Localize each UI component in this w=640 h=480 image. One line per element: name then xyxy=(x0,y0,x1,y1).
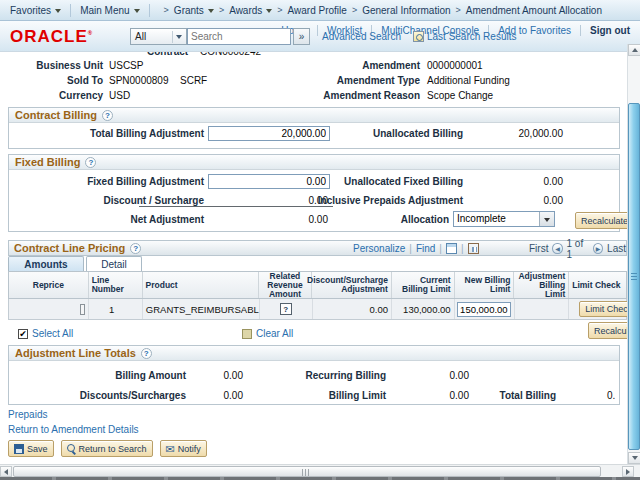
scroll-right-button[interactable] xyxy=(622,466,634,477)
allocation-value: Incomplete xyxy=(454,212,539,226)
unallocated-billing-label: Unallocated Billing xyxy=(289,128,463,139)
table-row: 1 GRANTS_REIMBURSABL ? 0.00 130,000.00 L… xyxy=(8,299,627,320)
total-billing-label: Total Billing xyxy=(449,390,556,401)
page-toolbar: Save Return to Search ✉ Notify xyxy=(8,440,207,457)
scroll-up-button[interactable] xyxy=(628,44,640,56)
discounts-surcharges-value: 0.00 xyxy=(189,390,243,401)
limit-check-button-label: Limit Check xyxy=(585,304,627,314)
breadcrumb-general-information[interactable]: General Information xyxy=(362,5,450,16)
new-billing-limit-cell xyxy=(455,299,515,319)
unallocated-fixed-billing-value: 0.00 xyxy=(487,176,563,187)
view-all-icon[interactable] xyxy=(446,243,457,254)
arrow-right-icon xyxy=(626,469,630,475)
download-grid-icon[interactable] xyxy=(468,243,479,254)
discounts-surcharges-label: Discounts/Surcharges xyxy=(9,390,186,401)
product-cell: GRANTS_REIMBURSABL xyxy=(143,299,260,319)
net-adjustment-label: Net Adjustment xyxy=(9,214,204,225)
contract-line-pricing-grid: Reprice Line Number Product Related Reve… xyxy=(8,271,627,320)
unallocated-fixed-billing-label: Unallocated Fixed Billing xyxy=(289,176,463,187)
tab-amounts[interactable]: Amounts xyxy=(8,256,84,271)
related-revenue-help-button[interactable]: ? xyxy=(280,303,292,315)
column-header-reprice: Reprice xyxy=(9,272,89,298)
subtotal-rule xyxy=(139,195,333,207)
find-link[interactable]: Find xyxy=(416,243,435,254)
save-button[interactable]: Save xyxy=(8,440,54,457)
clear-all-checkbox-icon xyxy=(242,329,252,339)
fixed-billing-header: Fixed Billing ? xyxy=(9,155,619,170)
return-to-search-button[interactable]: Return to Search xyxy=(61,440,153,457)
limit-check-button[interactable]: Limit Check xyxy=(579,301,627,317)
tab-amounts-label: Amounts xyxy=(24,259,67,270)
page-content: Contract CON0000242 Business Unit USCSP … xyxy=(0,52,627,464)
allocation-select[interactable]: Incomplete xyxy=(453,211,555,227)
prepaids-link[interactable]: Prepaids xyxy=(8,409,47,420)
billing-amount-value: 0.00 xyxy=(189,370,243,381)
breadcrumb-amendment-amount-allocation[interactable]: Amendment Amount Allocation xyxy=(466,5,602,16)
sign-out-link[interactable]: Sign out xyxy=(581,25,630,36)
personalize-link[interactable]: Personalize xyxy=(353,243,405,254)
search-go-button[interactable]: » xyxy=(293,28,310,45)
nav-divider xyxy=(70,4,71,17)
next-page-icon[interactable]: ▶ xyxy=(593,243,603,254)
previous-page-icon[interactable]: ◀ xyxy=(552,243,562,254)
clear-all[interactable]: Clear All xyxy=(242,328,293,339)
tab-detail[interactable]: Detail xyxy=(86,256,142,271)
billing-amount-label: Billing Amount xyxy=(9,370,186,381)
link-divider: | xyxy=(439,243,442,254)
breadcrumb-awards-label: Awards xyxy=(229,5,262,16)
discount-surcharge-adjustment-cell: 0.00 xyxy=(313,299,393,319)
column-header-related-revenue-amount: Related Revenue Amount xyxy=(259,272,312,298)
chevron-down-icon xyxy=(134,9,140,13)
search-scope-value: All xyxy=(135,31,146,42)
breadcrumb-awards[interactable]: Awards xyxy=(229,5,272,16)
chevron-down-icon xyxy=(176,35,182,39)
nav-main-menu[interactable]: Main Menu xyxy=(80,5,139,16)
billing-limit-label: Billing Limit xyxy=(249,390,386,401)
breadcrumb-separator-icon: > xyxy=(219,5,224,15)
contract-row-clipped: Contract CON0000242 xyxy=(147,52,261,57)
search-scope-dropdown[interactable]: All xyxy=(130,28,187,45)
breadcrumb-grants[interactable]: Grants xyxy=(174,5,214,16)
horizontal-scrollbar[interactable] xyxy=(0,464,640,477)
breadcrumb-general-information-label: General Information xyxy=(362,5,450,16)
new-billing-limit-input[interactable] xyxy=(457,302,511,317)
scroll-left-button[interactable] xyxy=(0,466,12,477)
scroll-down-button[interactable] xyxy=(628,452,640,464)
amendment-reason-label: Amendment Reason xyxy=(250,90,420,101)
contract-label: Contract xyxy=(147,52,188,57)
column-header-new-billing-limit: New Billing Limit xyxy=(455,272,515,298)
recurring-billing-label: Recurring Billing xyxy=(249,370,386,381)
select-all-link: Select All xyxy=(32,328,73,339)
help-icon[interactable]: ? xyxy=(102,110,113,121)
contract-billing-groupbox: Contract Billing ? Total Billing Adjustm… xyxy=(8,107,620,149)
vertical-scrollbar[interactable] xyxy=(627,44,640,464)
last-label: Last xyxy=(607,243,626,254)
last-search-results-icon xyxy=(413,31,424,42)
help-icon[interactable]: ? xyxy=(141,348,152,359)
notify-button[interactable]: ✉ Notify xyxy=(160,440,207,457)
breadcrumb-award-profile[interactable]: Award Profile xyxy=(288,5,347,16)
nav-main-menu-label: Main Menu xyxy=(80,5,129,16)
recalculate-button[interactable]: Recalculate xyxy=(575,212,627,229)
sold-to-name: SCRF xyxy=(180,75,207,86)
horizontal-scroll-thumb[interactable] xyxy=(13,466,601,477)
sold-to-label: Sold To xyxy=(0,75,103,86)
amendment-reason-value: Scope Change xyxy=(427,90,493,101)
fixed-billing-title: Fixed Billing xyxy=(15,156,80,168)
vertical-scroll-thumb[interactable] xyxy=(628,103,640,450)
last-search-results[interactable]: Last Search Results xyxy=(413,31,517,42)
select-all[interactable]: ✔ Select All xyxy=(18,328,73,339)
nav-favorites[interactable]: Favorites xyxy=(10,5,61,16)
help-icon[interactable]: ? xyxy=(130,243,141,254)
advanced-search-link[interactable]: Advanced Search xyxy=(322,31,401,42)
breadcrumb-grants-label: Grants xyxy=(174,5,204,16)
column-header-discount-surcharge-adjustment: Discount/Surcharge Adjustment xyxy=(312,272,392,298)
return-to-amendment-details-link[interactable]: Return to Amendment Details xyxy=(8,424,139,435)
help-icon[interactable]: ? xyxy=(85,157,96,168)
contract-line-pricing-title: Contract Line Pricing xyxy=(14,242,125,254)
reprice-checkbox[interactable] xyxy=(80,304,85,315)
recalculate-button[interactable]: Recalculate xyxy=(588,322,627,339)
amendment-type-value: Additional Funding xyxy=(427,75,510,86)
breadcrumb-separator-icon: > xyxy=(352,5,357,15)
search-input[interactable] xyxy=(187,28,291,45)
